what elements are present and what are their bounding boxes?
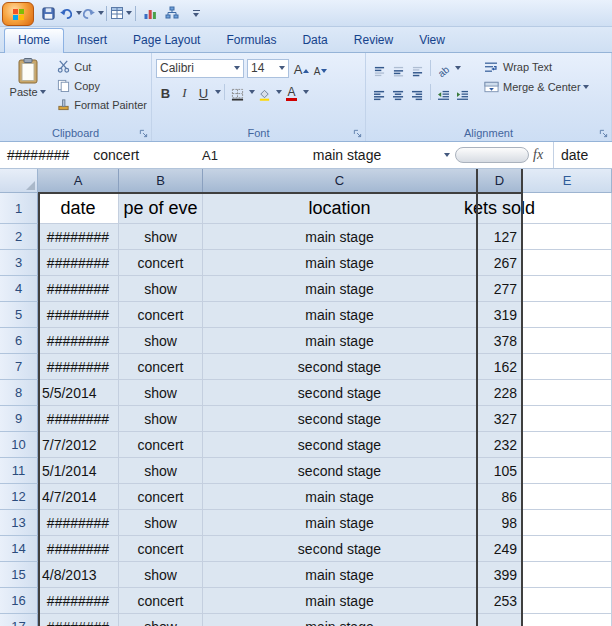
cell-E4[interactable] [523, 276, 612, 302]
row-header-17[interactable]: 17 [0, 614, 38, 626]
cell-B9[interactable]: show [119, 406, 203, 432]
cell-A1[interactable]: date [38, 193, 119, 224]
cell-C8[interactable]: second stage [203, 380, 477, 406]
row-header-3[interactable]: 3 [0, 250, 38, 276]
cell-E12[interactable] [523, 484, 612, 510]
row-header-9[interactable]: 9 [0, 406, 38, 432]
cell-D16[interactable]: 253 [477, 588, 523, 614]
save-button[interactable] [38, 3, 58, 23]
cell-C1[interactable]: location [203, 193, 477, 224]
cell-A9[interactable]: ######## [38, 406, 119, 432]
column-header-a[interactable]: A [38, 169, 119, 193]
paste-dropdown-arrow[interactable] [40, 90, 46, 94]
cut-button[interactable]: Cut [55, 57, 147, 76]
shrink-font-button[interactable]: A [311, 59, 330, 78]
font-dialog-launcher[interactable] [351, 127, 363, 139]
tab-insert[interactable]: Insert [64, 29, 120, 52]
row-header-5[interactable]: 5 [0, 302, 38, 328]
cell-A15[interactable]: 4/8/2013 [38, 562, 119, 588]
column-header-d[interactable]: D [477, 169, 523, 193]
underline-button[interactable]: U [194, 83, 213, 102]
increase-indent-button[interactable] [453, 83, 472, 102]
cell-E7[interactable] [523, 354, 612, 380]
cell-C17[interactable]: main stage [203, 614, 477, 626]
cell-B8[interactable]: show [119, 380, 203, 406]
underline-dropdown-arrow[interactable] [215, 90, 221, 94]
align-center-button[interactable] [389, 83, 408, 102]
cell-A17[interactable]: ######## [38, 614, 119, 626]
align-left-button[interactable] [370, 83, 389, 102]
table-dropdown-arrow[interactable] [126, 11, 132, 15]
cell-C16[interactable]: main stage [203, 588, 477, 614]
cell-E14[interactable] [523, 536, 612, 562]
cell-C3[interactable]: main stage [203, 250, 477, 276]
cell-D9[interactable]: 327 [477, 406, 523, 432]
cell-A14[interactable]: ######## [38, 536, 119, 562]
cell-D12[interactable]: 86 [477, 484, 523, 510]
cell-A16[interactable]: ######## [38, 588, 119, 614]
cell-E10[interactable] [523, 432, 612, 458]
decrease-indent-button[interactable] [434, 83, 453, 102]
office-button[interactable] [2, 2, 34, 26]
cell-C15[interactable]: main stage [203, 562, 477, 588]
cell-D5[interactable]: 319 [477, 302, 523, 328]
cell-B5[interactable]: concert [119, 302, 203, 328]
cell-D2[interactable]: 127 [477, 224, 523, 250]
cell-C9[interactable]: second stage [203, 406, 477, 432]
merge-center-dropdown-arrow[interactable] [583, 85, 589, 89]
cell-A11[interactable]: 5/1/2014 [38, 458, 119, 484]
cell-B14[interactable]: concert [119, 536, 203, 562]
row-header-2[interactable]: 2 [0, 224, 38, 250]
cell-E16[interactable] [523, 588, 612, 614]
cell-C5[interactable]: main stage [203, 302, 477, 328]
name-box-dropdown[interactable] [438, 142, 453, 168]
cell-E17[interactable] [523, 614, 612, 626]
cell-E9[interactable] [523, 406, 612, 432]
row-header-11[interactable]: 11 [0, 458, 38, 484]
undo-button[interactable] [60, 3, 80, 23]
bold-button[interactable]: B [156, 83, 175, 102]
row-header-14[interactable]: 14 [0, 536, 38, 562]
row-header-12[interactable]: 12 [0, 484, 38, 510]
merge-center-button[interactable]: Merge & Center [482, 77, 589, 97]
cell-D4[interactable]: 277 [477, 276, 523, 302]
cell-E2[interactable] [523, 224, 612, 250]
copy-button[interactable]: Copy [55, 76, 147, 95]
row-header-10[interactable]: 10 [0, 432, 38, 458]
cell-A10[interactable]: 7/7/2012 [38, 432, 119, 458]
cell-D3[interactable]: 267 [477, 250, 523, 276]
cell-A13[interactable]: ######## [38, 510, 119, 536]
align-middle-button[interactable] [389, 59, 408, 78]
paste-button[interactable]: Paste [4, 57, 51, 125]
cell-C10[interactable]: second stage [203, 432, 477, 458]
grow-font-button[interactable]: A [292, 59, 311, 78]
cell-A2[interactable]: ######## [38, 224, 119, 250]
cell-D13[interactable]: 98 [477, 510, 523, 536]
cell-B3[interactable]: concert [119, 250, 203, 276]
cell-A12[interactable]: 4/7/2014 [38, 484, 119, 510]
cell-B11[interactable]: show [119, 458, 203, 484]
column-header-b[interactable]: B [119, 169, 203, 193]
select-all-corner[interactable] [0, 169, 38, 193]
table-button[interactable] [111, 3, 131, 23]
cell-C13[interactable]: main stage [203, 510, 477, 536]
cell-D7[interactable]: 162 [477, 354, 523, 380]
cell-C14[interactable]: second stage [203, 536, 477, 562]
row-header-6[interactable]: 6 [0, 328, 38, 354]
tab-review[interactable]: Review [341, 29, 406, 52]
cell-C2[interactable]: main stage [203, 224, 477, 250]
redo-dropdown-arrow[interactable] [98, 11, 104, 15]
chart-button[interactable] [140, 3, 160, 23]
orientation-dropdown-arrow[interactable] [455, 66, 461, 70]
cell-A3[interactable]: ######## [38, 250, 119, 276]
cell-E3[interactable] [523, 250, 612, 276]
cell-D17[interactable] [477, 614, 523, 626]
tab-formulas[interactable]: Formulas [213, 29, 289, 52]
format-painter-button[interactable]: Format Painter [55, 95, 147, 114]
cell-C4[interactable]: main stage [203, 276, 477, 302]
cell-A6[interactable]: ######## [38, 328, 119, 354]
fill-color-button[interactable] [255, 83, 274, 102]
cell-D8[interactable]: 228 [477, 380, 523, 406]
column-header-e[interactable]: E [523, 169, 612, 193]
formula-input[interactable]: date [553, 142, 612, 168]
